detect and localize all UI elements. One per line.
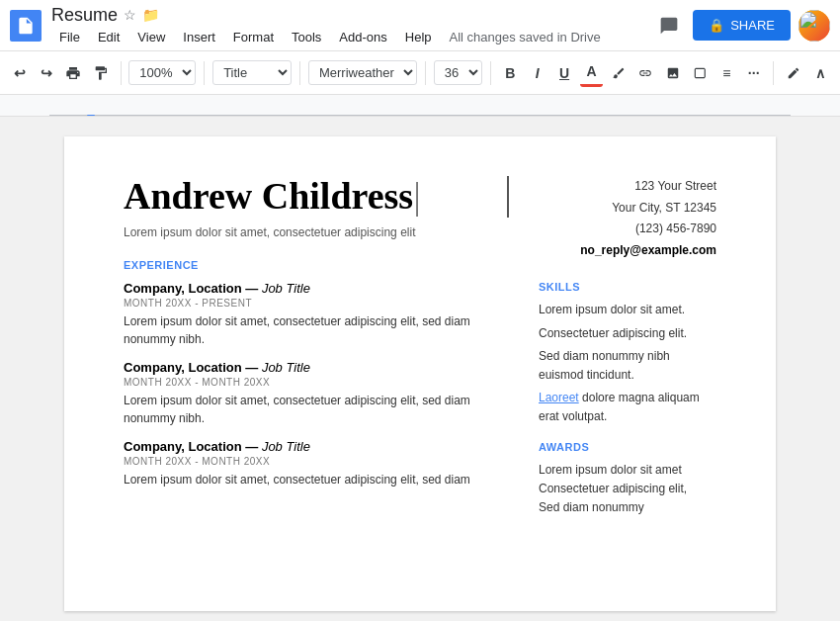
awards-title: AWARDS [539, 441, 716, 453]
job-title-2: Company, Location — Job Title [124, 360, 509, 375]
title-section: Resume ☆ 📁 File Edit View Insert Format … [51, 5, 653, 46]
undo-button[interactable]: ↩ [8, 59, 31, 87]
resume-name-text: Andrew Childress [124, 175, 413, 217]
font-select[interactable]: Merriweather Arial Times New Roman Georg… [308, 60, 417, 85]
divider-4 [425, 61, 426, 85]
insert-image-button[interactable] [661, 59, 684, 87]
doc-area: Andrew Childress| Lorem ipsum dolor sit … [0, 117, 840, 621]
job-desc-1[interactable]: Lorem ipsum dolor sit amet, consectetuer… [124, 312, 509, 348]
menu-file[interactable]: File [51, 28, 88, 46]
divider-5 [490, 61, 491, 85]
comment-button[interactable] [653, 10, 685, 42]
contact-phone: (123) 456-7890 [539, 219, 716, 240]
text-color-button[interactable]: A [580, 59, 603, 87]
skill-2: Consectetuer adipiscing elit. [539, 324, 716, 343]
share-button[interactable]: 🔒 SHARE [693, 10, 791, 41]
contact-street: 123 Your Street [539, 176, 716, 198]
resume-tagline: Lorem ipsum dolor sit amet, consectetuer… [124, 225, 509, 239]
skill-3: Sed diam nonummy nibh euismod tincidunt. [539, 347, 716, 385]
saved-status: All changes saved in Drive [450, 30, 601, 44]
collapse-button[interactable]: ∧ [809, 59, 832, 87]
bold-button[interactable]: B [499, 59, 522, 87]
skill-1: Lorem ipsum dolor sit amet. [539, 301, 716, 319]
edit-pencil-button[interactable] [782, 59, 804, 87]
title-actions: 🔒 SHARE [653, 10, 830, 42]
menu-insert[interactable]: Insert [175, 28, 223, 46]
menu-edit[interactable]: Edit [90, 28, 127, 46]
doc-left: Andrew Childress| Lorem ipsum dolor sit … [124, 176, 509, 517]
align-button[interactable]: ≡ [715, 59, 738, 87]
doc-title[interactable]: Resume [51, 5, 118, 26]
star-icon[interactable]: ☆ [124, 7, 136, 23]
skill-4: Laoreet dolore magna aliquam erat volutp… [539, 389, 716, 426]
job-title-1: Company, Location — Job Title [124, 281, 509, 296]
menu-addons[interactable]: Add-ons [331, 28, 394, 46]
job-date-3: MONTH 20XX - MONTH 20XX [124, 456, 509, 467]
title-bar: Resume ☆ 📁 File Edit View Insert Format … [0, 0, 840, 51]
doc-page: Andrew Childress| Lorem ipsum dolor sit … [64, 136, 776, 611]
skills-title: SKILLS [539, 281, 716, 293]
app-icon [10, 10, 42, 42]
experience-title: EXPERIENCE [124, 259, 509, 271]
share-label: SHARE [730, 18, 775, 33]
link-button[interactable] [634, 59, 657, 87]
awards-text: Lorem ipsum dolor sit amet Consectetuer … [539, 461, 716, 518]
share-lock-icon: 🔒 [709, 18, 724, 33]
divider-2 [204, 61, 205, 85]
paint-format-button[interactable] [89, 59, 112, 87]
avatar [798, 10, 830, 42]
contact-email: no_reply@example.com [539, 240, 716, 262]
job-desc-3[interactable]: Lorem ipsum dolor sit amet, consectetuer… [124, 471, 509, 488]
job-date-2: MONTH 20XX - MONTH 20XX [124, 377, 509, 388]
insert-table-button[interactable] [688, 59, 711, 87]
job-title-3: Company, Location — Job Title [124, 439, 509, 454]
toolbar: ↩ ↪ 100% 75% 50% 125% 150% Title Normal … [0, 51, 840, 95]
skill-link[interactable]: Laoreet [539, 391, 579, 404]
menu-format[interactable]: Format [225, 28, 282, 46]
highlight-button[interactable] [607, 59, 630, 87]
cursor: | [413, 175, 421, 217]
ruler: 1 2 3 4 5 6 [0, 95, 840, 117]
font-size-select[interactable]: 36 8101214 182448 [434, 60, 482, 85]
menu-help[interactable]: Help [397, 28, 440, 46]
doc-right: 123 Your Street Your City, ST 12345 (123… [539, 176, 716, 517]
menu-tools[interactable]: Tools [284, 28, 329, 46]
underline-button[interactable]: U [552, 59, 575, 87]
contact-block: 123 Your Street Your City, ST 12345 (123… [539, 176, 716, 261]
divider-6 [773, 61, 774, 85]
style-select[interactable]: Title Normal text Heading 1 Heading 2 [212, 60, 292, 85]
job-date-1: MONTH 20XX - PRESENT [124, 298, 509, 309]
print-button[interactable] [62, 59, 85, 87]
doc-columns: Andrew Childress| Lorem ipsum dolor sit … [124, 176, 716, 517]
redo-button[interactable]: ↪ [35, 59, 57, 87]
resume-name[interactable]: Andrew Childress| [124, 176, 509, 218]
folder-icon[interactable]: 📁 [142, 7, 159, 23]
italic-button[interactable]: I [526, 59, 548, 87]
divider-1 [121, 61, 122, 85]
menu-row: File Edit View Insert Format Tools Add-o… [51, 28, 653, 46]
job-desc-2[interactable]: Lorem ipsum dolor sit amet, consectetuer… [124, 392, 509, 427]
zoom-select[interactable]: 100% 75% 50% 125% 150% [128, 60, 196, 85]
contact-city: Your City, ST 12345 [539, 198, 716, 220]
divider-3 [299, 61, 300, 85]
more-options-button[interactable]: ··· [742, 59, 765, 87]
menu-view[interactable]: View [129, 28, 173, 46]
